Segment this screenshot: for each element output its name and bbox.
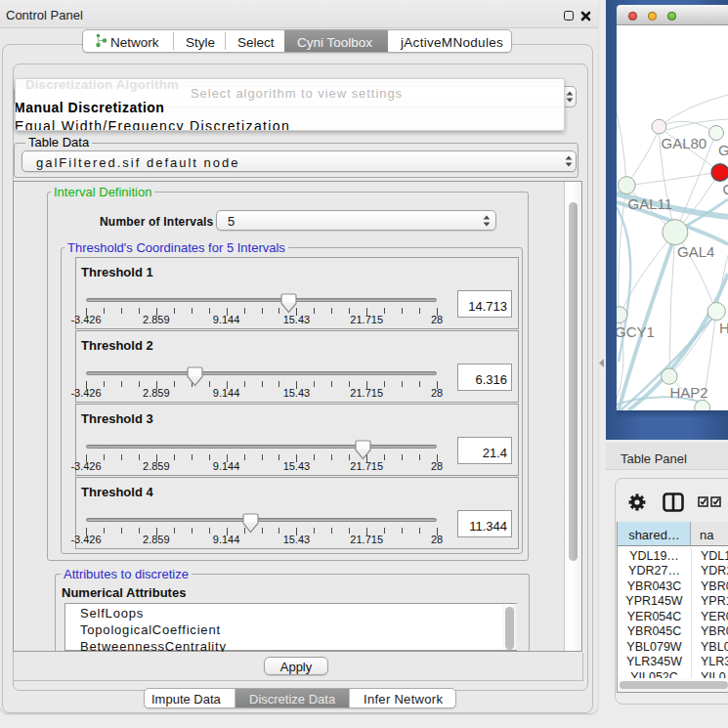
svg-text:H: H [719,320,728,336]
svg-text:GAL4: GAL4 [677,243,714,260]
svg-text:GCY1: GCY1 [617,323,655,340]
svg-text:C: C [723,181,728,197]
svg-text:GAL11: GAL11 [628,195,673,212]
svg-text:GA: GA [718,142,728,158]
svg-text:HAP2: HAP2 [670,384,708,401]
svg-text:GAL80: GAL80 [662,135,707,151]
